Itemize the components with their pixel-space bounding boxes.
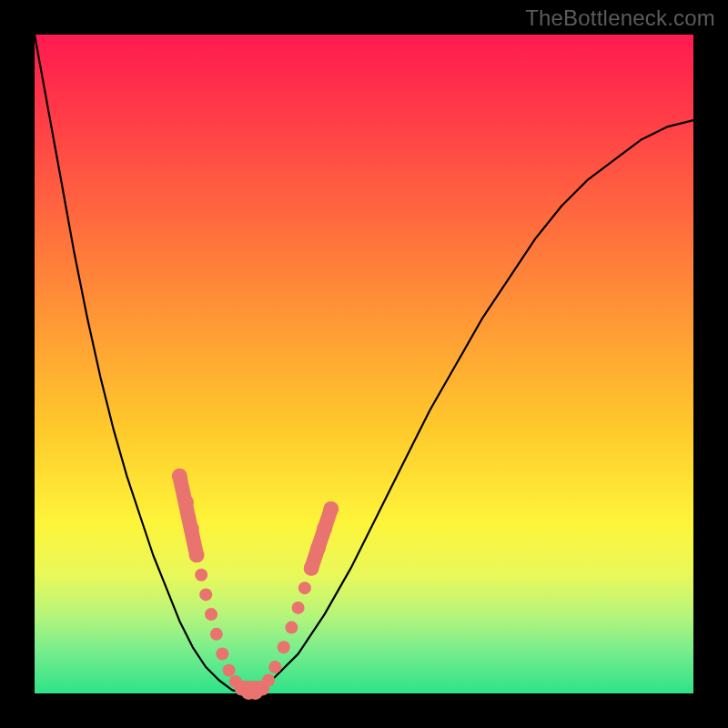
data-marker [262, 674, 275, 687]
data-marker [184, 521, 199, 537]
data-marker [172, 469, 187, 484]
data-marker [189, 548, 205, 563]
data-marker [298, 581, 311, 594]
plot-area [35, 35, 693, 693]
data-marker [210, 628, 223, 641]
data-marker [323, 501, 339, 517]
data-marker [310, 541, 326, 556]
data-marker [205, 608, 217, 621]
data-marker [178, 495, 194, 511]
marker-cluster [179, 476, 197, 555]
curve-layer [35, 35, 693, 693]
marker-cluster [311, 509, 331, 568]
data-marker [199, 588, 212, 601]
data-marker [223, 664, 236, 677]
watermark-text: TheBottleneck.com [525, 5, 715, 31]
data-marker [278, 641, 290, 653]
data-marker [268, 661, 281, 673]
data-marker [195, 569, 207, 581]
chart-frame: TheBottleneck.com [0, 0, 728, 728]
data-marker [292, 602, 305, 614]
data-marker [285, 622, 298, 634]
data-marker [304, 561, 319, 576]
data-marker [216, 648, 228, 661]
data-marker [317, 521, 332, 537]
bottleneck-curve [35, 35, 693, 693]
